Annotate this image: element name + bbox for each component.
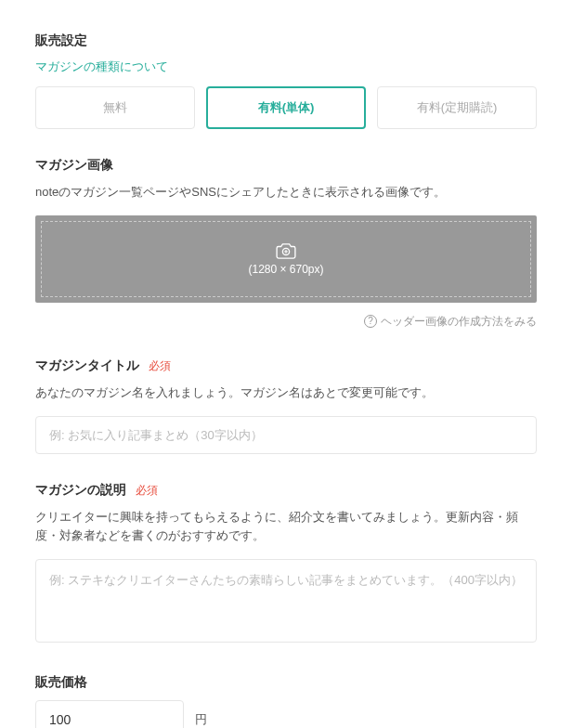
price-row: 円: [35, 700, 537, 728]
magazine-desc-text: マガジンの説明: [35, 482, 126, 497]
magazine-title-input[interactable]: [35, 416, 537, 454]
image-size-label: (1280 × 670px): [248, 263, 323, 276]
image-upload-area[interactable]: (1280 × 670px): [35, 215, 537, 303]
tab-paid-subscription[interactable]: 有料(定期購読): [377, 86, 537, 129]
header-image-help-text: ヘッダー画像の作成方法をみる: [381, 314, 537, 330]
magazine-desc-help: クリエイターに興味を持ってもらえるように、紹介文を書いてみましょう。更新内容・頻…: [35, 508, 537, 547]
magazine-image-section: マガジン画像 noteのマガジン一覧ページやSNSにシェアしたときに表示される画…: [35, 157, 537, 330]
magazine-image-title: マガジン画像: [35, 157, 537, 174]
magazine-desc-label: マガジンの説明 必須: [35, 482, 537, 499]
sales-settings-title: 販売設定: [35, 32, 537, 49]
magazine-desc-input[interactable]: [35, 559, 537, 643]
magazine-title-section: マガジンタイトル 必須 あなたのマガジン名を入れましょう。マガジン名はあとで変更…: [35, 358, 537, 454]
price-section: 販売価格 円: [35, 674, 537, 728]
camera-icon: [276, 242, 296, 259]
magazine-title-help: あなたのマガジン名を入れましょう。マガジン名はあとで変更可能です。: [35, 384, 537, 403]
required-badge: 必須: [149, 359, 171, 372]
question-icon: ?: [364, 315, 377, 328]
sales-type-tabs: 無料 有料(単体) 有料(定期購読): [35, 86, 537, 129]
price-input[interactable]: [35, 700, 184, 728]
required-badge: 必須: [136, 484, 158, 497]
price-title: 販売価格: [35, 674, 537, 691]
header-image-help-link[interactable]: ? ヘッダー画像の作成方法をみる: [35, 314, 537, 330]
magazine-desc-section: マガジンの説明 必須 クリエイターに興味を持ってもらえるように、紹介文を書いてみ…: [35, 482, 537, 647]
tab-paid-single[interactable]: 有料(単体): [206, 86, 366, 129]
magazine-type-link[interactable]: マガジンの種類について: [35, 58, 537, 75]
currency-label: 円: [195, 711, 207, 728]
magazine-title-label: マガジンタイトル 必須: [35, 358, 537, 374]
magazine-image-help: noteのマガジン一覧ページやSNSにシェアしたときに表示される画像です。: [35, 183, 537, 202]
sales-settings-section: 販売設定 マガジンの種類について 無料 有料(単体) 有料(定期購読): [35, 32, 537, 129]
magazine-title-text: マガジンタイトル: [35, 358, 139, 372]
image-upload-inner: (1280 × 670px): [41, 221, 531, 297]
tab-free[interactable]: 無料: [35, 86, 195, 129]
